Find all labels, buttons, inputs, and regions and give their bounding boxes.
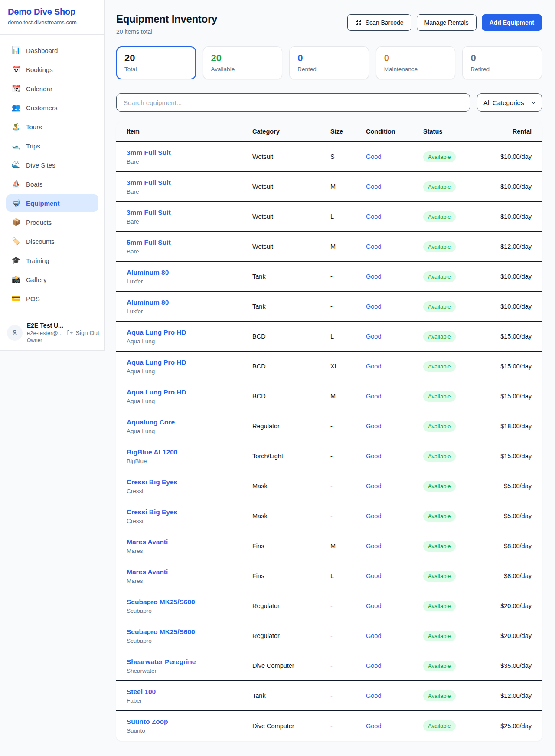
stat-card-retired[interactable]: 0Retired (462, 46, 542, 79)
condition-link[interactable]: Good (366, 153, 423, 160)
rental-cell: $10.00/day (489, 183, 532, 190)
status-badge: Available (423, 690, 456, 701)
item-name-link[interactable]: Steel 100 (127, 688, 252, 696)
condition-link[interactable]: Good (366, 273, 423, 280)
item-name-link[interactable]: Scubapro MK25/S600 (127, 628, 252, 636)
item-brand: Shearwater (127, 667, 252, 674)
stat-value: 20 (211, 53, 274, 64)
status-badge: Available (423, 331, 456, 342)
search-input[interactable] (116, 93, 470, 112)
sidebar-item-discounts[interactable]: 🏷️Discounts (6, 233, 98, 250)
sidebar-item-bookings[interactable]: 📅Bookings (6, 61, 98, 78)
sidebar-item-label: Dive Sites (26, 161, 56, 169)
brand-name[interactable]: Demo Dive Shop (8, 7, 97, 17)
item-name-link[interactable]: 3mm Full Suit (127, 209, 252, 217)
condition-link[interactable]: Good (366, 243, 423, 250)
status-badge: Available (423, 241, 456, 252)
item-name-link[interactable]: Aqua Lung Pro HD (127, 358, 252, 366)
item-name-link[interactable]: 3mm Full Suit (127, 179, 252, 187)
size-cell: L (330, 572, 366, 579)
condition-link[interactable]: Good (366, 183, 423, 190)
status-cell: Available (423, 451, 489, 462)
item-name-link[interactable]: Shearwater Peregrine (127, 658, 252, 666)
item-cell: BigBlue AL1200BigBlue (127, 448, 252, 464)
sidebar-item-tours[interactable]: 🏝️Tours (6, 118, 98, 135)
sign-out-icon (66, 329, 73, 336)
condition-link[interactable]: Good (366, 542, 423, 549)
size-cell: XL (330, 363, 366, 370)
stat-value: 0 (384, 53, 447, 64)
filter-row: All Categories (116, 93, 542, 112)
sidebar-item-pos[interactable]: 💳POS (6, 290, 98, 307)
status-cell: Available (423, 601, 489, 611)
item-cell: 3mm Full SuitBare (127, 209, 252, 225)
condition-link[interactable]: Good (366, 692, 423, 699)
item-cell: 3mm Full SuitBare (127, 149, 252, 165)
condition-link[interactable]: Good (366, 723, 423, 730)
sidebar-item-calendar[interactable]: 📆Calendar (6, 80, 98, 97)
condition-link[interactable]: Good (366, 213, 423, 220)
stat-card-total[interactable]: 20Total (116, 46, 196, 79)
item-name-link[interactable]: 3mm Full Suit (127, 149, 252, 157)
rental-cell: $5.00/day (489, 513, 532, 519)
manage-rentals-button[interactable]: Manage Rentals (417, 14, 477, 31)
item-brand: Aqua Lung (127, 428, 252, 434)
sidebar-item-training[interactable]: 🎓Training (6, 252, 98, 269)
category-select[interactable]: All Categories (477, 93, 542, 112)
item-name-link[interactable]: Aqua Lung Pro HD (127, 329, 252, 336)
condition-link[interactable]: Good (366, 483, 423, 490)
sidebar-item-dashboard[interactable]: 📊Dashboard (6, 42, 98, 59)
sidebar-item-dive-sites[interactable]: 🌊Dive Sites (6, 156, 98, 174)
item-cell: 5mm Full SuitBare (127, 239, 252, 255)
item-name-link[interactable]: Scubapro MK25/S600 (127, 598, 252, 606)
stat-card-rented[interactable]: 0Rented (289, 46, 369, 79)
item-name-link[interactable]: Cressi Big Eyes (127, 508, 252, 516)
rental-cell: $15.00/day (489, 363, 532, 370)
item-name-link[interactable]: 5mm Full Suit (127, 239, 252, 247)
rental-cell: $8.00/day (489, 572, 532, 579)
sidebar-item-boats[interactable]: ⛵Boats (6, 175, 98, 193)
sidebar-item-trips[interactable]: 🛥️Trips (6, 137, 98, 154)
sidebar-item-customers[interactable]: 👥Customers (6, 99, 98, 116)
item-name-link[interactable]: Aqua Lung Pro HD (127, 388, 252, 396)
condition-link[interactable]: Good (366, 453, 423, 460)
condition-link[interactable]: Good (366, 303, 423, 310)
status-cell: Available (423, 690, 489, 701)
sign-out-label: Sign Out (76, 329, 99, 336)
condition-link[interactable]: Good (366, 572, 423, 579)
item-name-link[interactable]: Cressi Big Eyes (127, 478, 252, 486)
status-cell: Available (423, 151, 489, 162)
condition-link[interactable]: Good (366, 662, 423, 669)
item-name-link[interactable]: Suunto Zoop (127, 718, 252, 726)
stat-card-maintenance[interactable]: 0Maintenance (376, 46, 456, 79)
add-equipment-label: Add Equipment (490, 19, 534, 26)
item-name-link[interactable]: Mares Avanti (127, 568, 252, 576)
rental-cell: $25.00/day (489, 723, 532, 730)
condition-link[interactable]: Good (366, 423, 423, 430)
status-cell: Available (423, 661, 489, 671)
item-name-link[interactable]: Aluminum 80 (127, 299, 252, 306)
item-cell: Mares AvantiMares (127, 538, 252, 554)
condition-link[interactable]: Good (366, 333, 423, 340)
sidebar-item-products[interactable]: 📦Products (6, 214, 98, 231)
sidebar-item-gallery[interactable]: 📸Gallery (6, 271, 98, 288)
item-name-link[interactable]: Aqualung Core (127, 418, 252, 426)
item-name-link[interactable]: BigBlue AL1200 (127, 448, 252, 456)
item-name-link[interactable]: Aluminum 80 (127, 269, 252, 276)
condition-link[interactable]: Good (366, 632, 423, 639)
status-badge: Available (423, 451, 456, 462)
item-name-link[interactable]: Mares Avanti (127, 538, 252, 546)
item-brand: Mares (127, 578, 252, 584)
status-cell: Available (423, 511, 489, 522)
condition-link[interactable]: Good (366, 513, 423, 519)
scan-barcode-label: Scan Barcode (366, 19, 404, 26)
sidebar-item-equipment[interactable]: 🤿Equipment (6, 194, 98, 212)
condition-link[interactable]: Good (366, 393, 423, 400)
sign-out-button[interactable]: Sign Out (66, 329, 99, 336)
condition-link[interactable]: Good (366, 363, 423, 370)
condition-link[interactable]: Good (366, 602, 423, 609)
item-brand: Bare (127, 188, 252, 195)
scan-barcode-button[interactable]: Scan Barcode (347, 14, 411, 31)
stat-card-available[interactable]: 20Available (203, 46, 283, 79)
add-equipment-button[interactable]: Add Equipment (482, 14, 542, 31)
